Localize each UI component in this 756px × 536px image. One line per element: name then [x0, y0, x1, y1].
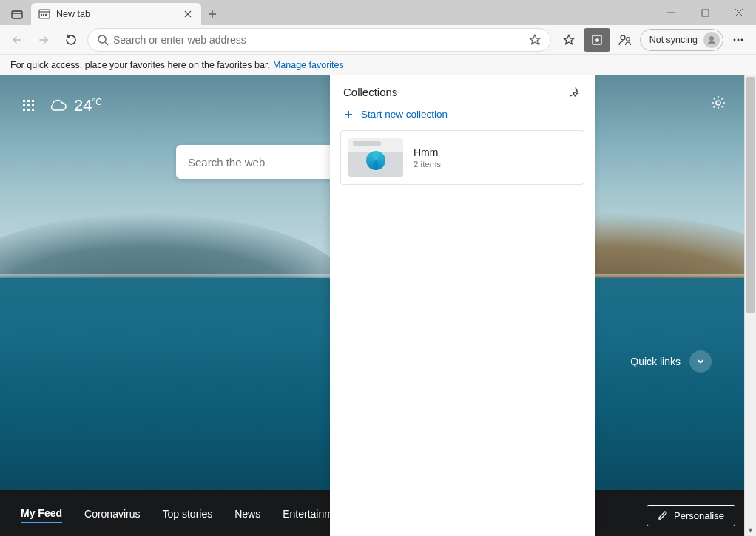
svg-point-17 [98, 35, 106, 43]
pencil-icon [658, 510, 668, 520]
svg-rect-36 [27, 104, 30, 106]
svg-rect-37 [32, 104, 34, 106]
collections-button[interactable] [584, 28, 610, 52]
window-controls [654, 0, 756, 25]
weather-widget[interactable]: 24°C [47, 96, 102, 115]
forward-button [31, 28, 56, 52]
svg-rect-32 [23, 100, 25, 102]
tab-close-icon[interactable] [182, 8, 194, 20]
collections-panel: Collections Start new collection Hmm 2 i… [330, 75, 595, 536]
svg-rect-35 [23, 104, 25, 106]
svg-rect-33 [27, 100, 30, 102]
pin-icon[interactable] [570, 86, 581, 98]
favorites-bar: For quick access, place your favorites h… [0, 55, 756, 75]
minimize-button[interactable] [654, 1, 688, 24]
personalise-button[interactable]: Personalise [647, 505, 735, 526]
back-button [4, 28, 30, 52]
svg-point-31 [741, 38, 743, 41]
collection-item[interactable]: Hmm 2 items [340, 130, 584, 185]
feed-tab-news[interactable]: News [234, 508, 260, 523]
toolbar: Not syncing [0, 25, 756, 55]
svg-point-4 [41, 14, 41, 15]
plus-icon [343, 109, 354, 120]
tab-actions-button[interactable] [4, 4, 30, 25]
collection-count: 2 items [414, 160, 441, 169]
page-settings-button[interactable] [710, 95, 726, 111]
svg-point-30 [738, 38, 740, 41]
svg-rect-34 [32, 100, 34, 102]
avatar-icon [703, 32, 720, 48]
collection-name: Hmm [414, 146, 441, 158]
feed-tab-coronavirus[interactable]: Coronavirus [84, 508, 140, 523]
more-menu-button[interactable] [725, 28, 752, 52]
profile-switcher-icon[interactable] [612, 28, 638, 52]
scrollbar-down-arrow[interactable]: ▼ [745, 524, 756, 536]
feed-tab-top-stories[interactable]: Top stories [163, 508, 213, 523]
quick-links-label: Quick links [630, 356, 681, 367]
quick-links-toggle[interactable]: Quick links [630, 350, 712, 373]
new-tab-button[interactable] [201, 3, 223, 25]
collection-thumbnail [348, 138, 403, 177]
sync-status-button[interactable]: Not syncing [640, 29, 723, 51]
svg-point-5 [43, 14, 44, 15]
svg-point-28 [709, 36, 714, 41]
svg-point-6 [45, 14, 46, 15]
favorites-button[interactable] [556, 28, 582, 52]
svg-rect-2 [39, 10, 50, 18]
address-input[interactable] [113, 34, 525, 46]
svg-rect-12 [702, 10, 709, 16]
svg-marker-22 [564, 35, 574, 44]
favorites-bar-text: For quick access, place your favorites h… [10, 60, 270, 70]
svg-rect-39 [27, 109, 30, 111]
maximize-button[interactable] [688, 1, 722, 24]
svg-rect-38 [23, 109, 25, 111]
svg-rect-40 [32, 109, 34, 111]
vertical-scrollbar[interactable]: ▼ [744, 75, 756, 536]
app-launcher-icon[interactable] [22, 99, 36, 112]
close-window-button[interactable] [722, 1, 756, 24]
scrollbar-thumb[interactable] [746, 77, 755, 313]
browser-tab[interactable]: New tab [31, 3, 201, 25]
svg-point-26 [621, 35, 625, 40]
address-bar[interactable] [87, 28, 551, 52]
weather-cloud-icon [47, 98, 68, 114]
favorite-star-icon[interactable] [528, 33, 541, 47]
weather-temp: 24°C [74, 96, 102, 115]
collections-title: Collections [343, 86, 397, 98]
svg-point-41 [716, 101, 720, 105]
chevron-down-icon[interactable] [689, 350, 712, 373]
svg-point-29 [734, 38, 736, 41]
start-new-collection-button[interactable]: Start new collection [330, 103, 595, 130]
manage-favorites-link[interactable]: Manage favorites [273, 60, 344, 70]
page-content: 24°C Quick links My Feed Coronavirus Top… [0, 75, 756, 536]
titlebar: New tab [0, 0, 756, 25]
svg-line-18 [105, 42, 108, 45]
tab-title: New tab [56, 9, 182, 19]
search-icon [97, 34, 109, 46]
svg-point-27 [626, 37, 630, 41]
sync-label: Not syncing [649, 35, 698, 45]
svg-rect-0 [12, 11, 22, 18]
tab-favicon [38, 8, 50, 20]
feed-tab-my-feed[interactable]: My Feed [21, 507, 62, 523]
reload-button[interactable] [58, 28, 83, 52]
